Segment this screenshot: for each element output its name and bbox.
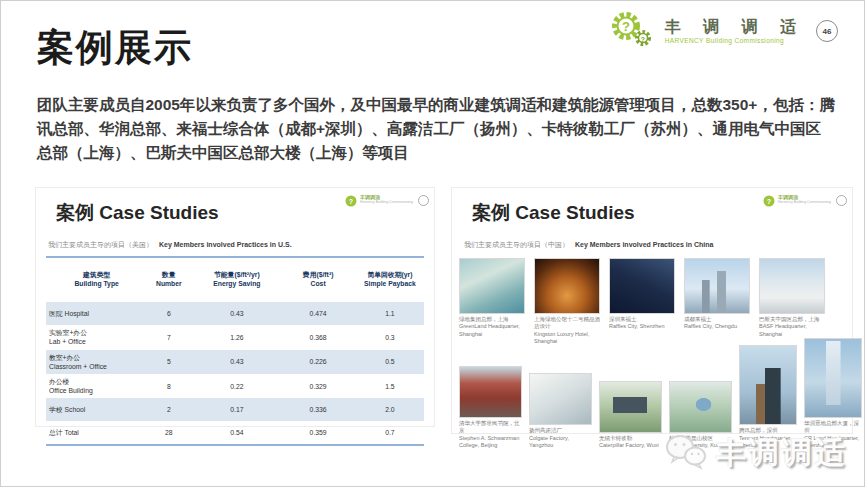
photo-image [529, 373, 592, 425]
brand-tagline: HARVENCY Building Commissioning [665, 37, 805, 44]
gear-logo-icon: ? ? [606, 9, 658, 53]
header-cost: 费用($/ft²)Cost [280, 271, 356, 289]
table-row-office-building: 办公楼 Office Building 8 0.22 0.329 1.5 [46, 374, 424, 398]
photo-image [609, 258, 675, 314]
embedded-slide-us-cases: 案例 Case Studies ? 丰调调适 Harvency Building… [35, 187, 435, 427]
svg-text:?: ? [767, 198, 771, 205]
photo-image [599, 381, 662, 433]
wechat-icon [665, 434, 707, 474]
svg-text:?: ? [641, 36, 645, 43]
watermark-text: 丰调调适 [716, 433, 848, 474]
table-row-school: 学校 School 2 0.17 0.336 2.0 [46, 398, 424, 421]
photo-grid-row-1: 绿地集团总部，上海GreenLand Headquarter, Shanghai… [459, 258, 825, 346]
photo-greenland-hq: 绿地集团总部，上海GreenLand Headquarter, Shanghai [459, 258, 525, 346]
mini-page-badge [836, 195, 847, 206]
table-row-lab-office: 实验室+办公 Lab + Office 7 1.26 0.368 0.3 [46, 325, 424, 349]
right-slide-title: 案例 Case Studies [472, 200, 635, 226]
photo-image [759, 258, 825, 314]
photo-image [669, 381, 732, 433]
photo-image [804, 338, 862, 418]
table-row-hospital: 医院 Hospital 6 0.43 0.474 1.1 [46, 302, 424, 325]
table-header-row: 建筑类型Building Type 数量Number 节能量($/ft²/yr)… [46, 258, 424, 302]
svg-text:?: ? [622, 19, 630, 34]
photo-schwarzman-college: 清华大学苏世民书院，北京Stephen A. Schwarzman Colleg… [459, 366, 522, 450]
table-row-total: 总计 Total 28 0.54 0.359 0.7 [46, 421, 424, 444]
photo-basf-hq: 巴斯夫中国区总部，上海BASF Headquarter, Shanghai [759, 258, 825, 346]
photo-luxury-hotel: 上海绿地公馆十二号精品酒店设计Kingston Luxury Hotel, Sh… [534, 258, 600, 346]
photo-raffles-chengdu: 成都来福士Raffles City, Chengdu [684, 258, 750, 346]
right-slide-mini-logo: ? 丰调调适 Harvency Building Commissioning [763, 195, 847, 207]
header-energy-saving: 节能量($/ft²/yr)Energy Saving [193, 271, 280, 289]
left-slide-subtitle: 我们主要成员主导的项目（美国） Key Members involved Pra… [48, 240, 292, 250]
page-title: 案例展示 [37, 23, 193, 73]
mini-brand-tagline: Harvency Building Commissioning [360, 201, 413, 205]
photo-image [459, 366, 522, 418]
header-building-type: 建筑类型Building Type [46, 262, 144, 297]
right-subtitle-en: Key Members involved Practices in China [575, 241, 714, 248]
photo-image [534, 258, 600, 314]
left-subtitle-en: Key Members involved Practices in U.S. [159, 241, 292, 248]
table-row-classroom-office: 教室+办公 Classroom + Office 5 0.43 0.226 0.… [46, 350, 424, 374]
photo-raffles-shenzhen: 深圳来福士Raffles City, Shenzhen [609, 258, 675, 346]
header-number: 数量Number [144, 271, 193, 289]
embedded-slide-china-cases: 案例 Case Studies ? 丰调调适 Harvency Building… [451, 187, 853, 434]
intro-paragraph: 团队主要成员自2005年以来负责了多个国外，及中国最早的商业建筑调适和建筑能源管… [37, 93, 835, 165]
photo-colgate-factory: 扬州高露洁厂Colgate Factory, Yangzhou [529, 373, 592, 449]
mini-gear-icon: ? [763, 195, 775, 207]
mini-gear-icon: ? [345, 195, 357, 207]
photo-image [739, 345, 797, 425]
header-simple-payback: 简单回收期(yr)Simple Payback [356, 271, 424, 289]
right-subtitle-zh: 我们主要成员主导的项目（中国） [464, 241, 569, 248]
left-subtitle-zh: 我们主要成员主导的项目（美国） [48, 241, 153, 248]
mini-page-badge [418, 195, 429, 206]
svg-text:?: ? [349, 198, 353, 205]
company-logo: ? ? 丰 调 调 适 HARVENCY Building Commission… [606, 9, 838, 53]
photo-caterpillar-factory: 无锡卡特彼勒Caterpillar Factory, Wuxi [599, 381, 662, 450]
left-slide-title: 案例 Case Studies [56, 200, 219, 226]
photo-image [459, 258, 525, 314]
mini-brand-tagline: Harvency Building Commissioning [778, 201, 831, 205]
case-studies-table: 建筑类型Building Type 数量Number 节能量($/ft²/yr)… [46, 256, 424, 446]
presentation-slide: 案例展示 ? ? 丰 调 调 适 HARVENCY Building Commi… [0, 0, 865, 487]
right-slide-subtitle: 我们主要成员主导的项目（中国） Key Members involved Pra… [464, 240, 713, 250]
wechat-watermark: 丰调调适 [665, 433, 848, 474]
photo-image [684, 258, 750, 314]
brand-name: 丰 调 调 适 [665, 18, 805, 36]
page-number-badge: 46 [816, 20, 838, 42]
left-slide-mini-logo: ? 丰调调适 Harvency Building Commissioning [345, 195, 429, 207]
